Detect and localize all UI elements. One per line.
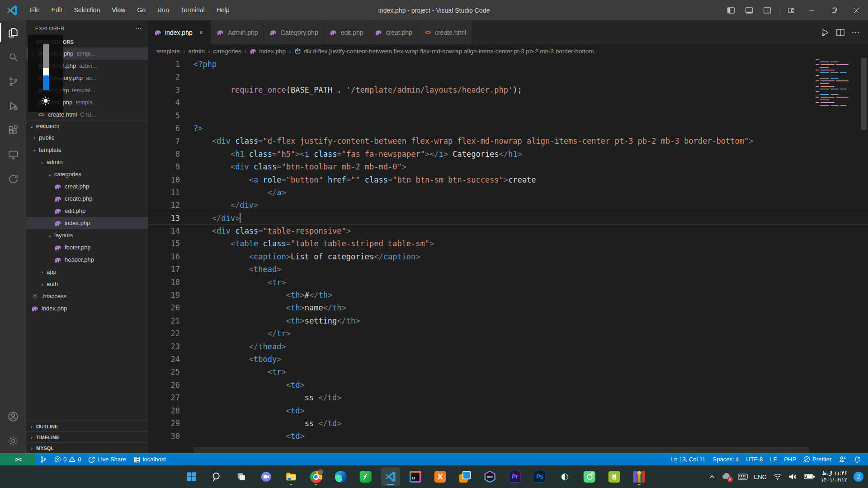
idm-icon[interactable] <box>356 467 375 486</box>
code-line[interactable]: 26<td> <box>148 379 868 391</box>
menu-go[interactable]: Go <box>131 0 151 20</box>
tab-Admin.php[interactable]: Admin.php <box>211 20 264 44</box>
tree-folder-categories[interactable]: ⌄categories <box>26 168 148 180</box>
status-feedback-icon[interactable] <box>835 453 850 465</box>
language-indicator[interactable]: ENG <box>754 474 767 480</box>
tree-file-index.php[interactable]: index.php <box>26 302 148 314</box>
intellij-icon[interactable]: IJ <box>406 467 425 486</box>
tab-index.php[interactable]: index.php× <box>148 20 211 44</box>
minimize-button[interactable] <box>800 0 823 20</box>
code-line[interactable]: 28<td> <box>148 404 868 417</box>
code-line[interactable]: 24<tbody> <box>148 353 868 366</box>
settings-gear-icon[interactable] <box>0 429 26 453</box>
onedrive-error-icon[interactable]: ✕ <box>722 473 731 481</box>
clock[interactable]: ۱۱:۴۶ ق.ظ۱۴۰۱/۰۶/۱۲ <box>821 470 847 483</box>
extensions-icon[interactable] <box>0 118 26 142</box>
breadcrumb-item[interactable]: div.d-flex.justify-content-between.flex-… <box>294 47 594 55</box>
live-share-icon[interactable] <box>0 167 26 191</box>
status-php[interactable]: PHP <box>780 453 800 465</box>
tree-file-creat.php[interactable]: creat.php <box>26 180 148 192</box>
touch-keyboard-icon[interactable] <box>738 473 748 480</box>
close-icon[interactable]: × <box>197 29 205 36</box>
code-line[interactable]: 13</div> <box>148 212 868 225</box>
status-prettier[interactable]: Prettier <box>800 453 835 465</box>
tree-folder-admin[interactable]: ⌄admin <box>26 156 148 168</box>
code-line[interactable]: 2 <box>148 70 868 83</box>
search-taskbar-icon[interactable] <box>207 467 226 486</box>
file-explorer-icon[interactable] <box>282 467 301 486</box>
vertical-scrollbar[interactable] <box>861 58 867 130</box>
code-line[interactable]: 10<a role="button" href="" class="btn bt… <box>148 174 868 186</box>
tree-file-footer.php[interactable]: footer.php <box>26 241 148 253</box>
edge-icon[interactable] <box>331 467 350 486</box>
menu-selection[interactable]: Selection <box>68 0 106 20</box>
minimap[interactable] <box>816 59 857 117</box>
run-debug-icon[interactable] <box>0 94 26 118</box>
tray-chevron-icon[interactable] <box>709 474 715 480</box>
menu-run[interactable]: Run <box>151 0 175 20</box>
tree-file-.htaccess[interactable]: .htaccess <box>26 290 148 302</box>
start-icon[interactable] <box>182 467 201 486</box>
code-line[interactable]: 21<th>setting</th> <box>148 314 868 327</box>
menu-help[interactable]: Help <box>211 0 236 20</box>
layout-panel-icon[interactable] <box>740 0 758 20</box>
split-editor-icon[interactable] <box>834 26 847 39</box>
explorer-more-actions-icon[interactable]: ⋯ <box>135 24 142 33</box>
tree-file-index.php[interactable]: index.php <box>26 217 148 229</box>
battery-icon[interactable] <box>804 474 815 480</box>
code-line[interactable]: 4 <box>148 96 868 109</box>
remote-indicator[interactable]: >< <box>0 453 36 465</box>
tab-creat.php[interactable]: creat.php <box>369 20 418 44</box>
code-line[interactable]: 11</a> <box>148 186 868 199</box>
xampp-icon[interactable] <box>431 467 450 486</box>
tree-folder-public[interactable]: ›public <box>26 131 148 144</box>
layout-customize-icon[interactable] <box>782 0 800 20</box>
status-localhost[interactable]: localhost <box>130 453 170 465</box>
remote-explorer-icon[interactable] <box>0 142 26 167</box>
code-line[interactable]: 8<h1 class="h5"><i class="fas fa-newspap… <box>148 148 868 160</box>
status-bell-icon[interactable] <box>850 453 864 465</box>
tree-folder-template[interactable]: ⌄template <box>26 144 148 156</box>
android-emulator-icon[interactable] <box>605 467 624 486</box>
breadcrumb-item[interactable]: admin <box>188 48 205 55</box>
code-line[interactable]: 15<table class="table table-striped tabl… <box>148 237 868 250</box>
tree-folder-auth[interactable]: ›auth <box>26 278 148 290</box>
search-icon[interactable] <box>0 45 26 69</box>
section-outline[interactable]: ›OUTLINE <box>26 421 148 432</box>
code-line[interactable]: 18<tr> <box>148 276 868 289</box>
code-line[interactable]: 6?> <box>148 122 868 135</box>
status-live-share[interactable]: Live Share <box>85 453 129 465</box>
notification-count-badge[interactable]: 2 <box>854 472 863 482</box>
chrome-icon[interactable] <box>307 467 326 486</box>
code-line[interactable]: 14<div class="table-responsive"> <box>148 225 868 237</box>
explorer-icon[interactable] <box>0 20 26 45</box>
accounts-icon[interactable] <box>0 404 26 429</box>
code-line[interactable]: 23</thead> <box>148 340 868 353</box>
code-line[interactable]: 3require_once(BASE_PATH . '/template/adm… <box>148 84 868 96</box>
code-line[interactable]: 22</tr> <box>148 327 868 340</box>
code-line[interactable]: 29ss </td> <box>148 417 868 430</box>
more-actions-icon[interactable]: ⋯ <box>849 26 863 39</box>
tree-file-create.php[interactable]: create.php <box>26 192 148 205</box>
menu-view[interactable]: View <box>106 0 131 20</box>
vmware-icon[interactable] <box>456 467 475 486</box>
menu-file[interactable]: File <box>24 0 46 20</box>
code-line[interactable]: 17<thead> <box>148 263 868 276</box>
breadcrumb[interactable]: template›admin›categories›index.php›div.… <box>148 44 868 58</box>
photoshop-icon[interactable]: Ps <box>530 467 549 486</box>
status-ln-13-col-11[interactable]: Ln 13, Col 11 <box>667 453 709 465</box>
menu-terminal[interactable]: Terminal <box>175 0 211 20</box>
horizontal-scrollbar[interactable] <box>193 447 809 453</box>
status-utf-8[interactable]: UTF-8 <box>742 453 766 465</box>
screen-recorder-icon[interactable] <box>580 467 599 486</box>
task-view-icon[interactable] <box>232 467 251 486</box>
volume-icon[interactable] <box>788 473 797 480</box>
brightness-slider[interactable] <box>43 44 49 90</box>
close-button[interactable] <box>845 0 868 20</box>
status-spaces-4[interactable]: Spaces: 4 <box>709 453 743 465</box>
breadcrumb-item[interactable]: index.php <box>250 47 286 55</box>
tab-edit.php[interactable]: edit.php <box>324 20 369 44</box>
code-line[interactable]: 25<tr> <box>148 366 868 378</box>
source-control-icon[interactable] <box>0 69 26 94</box>
code-line[interactable]: 5 <box>148 109 868 122</box>
